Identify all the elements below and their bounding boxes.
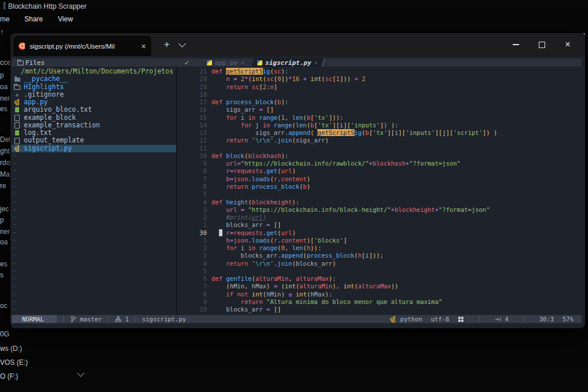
code-line[interactable]: 1 h=json.loads(r.content)['blocks'] [178, 237, 582, 244]
code-line[interactable]: 14 for j in range(len(b['tx'][i]['inputs… [178, 122, 582, 129]
menu-item-share[interactable]: Share [24, 15, 43, 23]
code-token: 16 [292, 75, 300, 82]
drive-item[interactable]: O (F:) [0, 372, 18, 380]
code-line[interactable]: 3 url = "https://blockchain.info/block-h… [178, 206, 582, 214]
command-line[interactable] [12, 323, 582, 328]
code-line[interactable]: 11 [178, 145, 582, 152]
code-line[interactable]: 21def getScriptSig(sc): [178, 68, 582, 75]
code-token: j [252, 122, 263, 129]
code-token: join [277, 137, 292, 144]
close-buffer-icon[interactable]: × [240, 59, 244, 67]
code-line[interactable]: 10def block(blockhash): [178, 152, 582, 160]
code-token: ][ [399, 129, 406, 136]
code-token: 'tx' [317, 122, 332, 129]
file-item-__pycache__[interactable]: __pycache__ [12, 75, 176, 83]
python-icon [257, 60, 262, 65]
code-line[interactable]: 5 [178, 190, 582, 198]
code-line[interactable]: 5 [178, 268, 582, 275]
check-icon: ✓ [184, 59, 188, 67]
code-line-text: def block(blockhash): [211, 152, 288, 160]
code-line[interactable]: 1 blocks_arr = [] [178, 221, 582, 229]
buffer-tab-app.py[interactable]: app.py× [202, 58, 249, 67]
terminal-tab[interactable]: sigscript.py (/mnt/c/Users/Mil × [13, 36, 151, 56]
empty-line-tilde: ~ [12, 237, 176, 244]
drive-item[interactable]: ws (D:) [0, 345, 22, 353]
file-item-example_block[interactable]: example_block [12, 114, 176, 122]
terminal-tab-title: sigscript.py (/mnt/c/Users/Mil [30, 43, 137, 50]
code-line-text: for i in range(1, len(b['tx'])): [211, 114, 344, 122]
menu-item-view[interactable]: View [58, 15, 73, 23]
close-button[interactable]: × [558, 38, 577, 52]
code-token: ][ [344, 122, 351, 129]
code-line[interactable]: 15 for i in range(1, len(b['tx'])): [178, 114, 582, 122]
file-item-output_template[interactable]: output_template [12, 137, 176, 144]
code-line-text: if not int(hMin) ≤ int(hMax): [211, 291, 333, 298]
code-line[interactable]: 12 return '\r\n'.join(sigs_arr) [178, 137, 582, 144]
code-line[interactable]: 17def process_block(b): [178, 98, 582, 106]
code-line[interactable]: 3 blocks_arr.append(process_block(h[i]))… [178, 252, 582, 259]
code-token: "?format=json" [439, 206, 490, 213]
file-item-/mnt/c/Users/Milton/Documents/Projetos[interactable]: /mnt/c/Users/Milton/Documents/Projetos [12, 68, 176, 75]
code-token: return [241, 298, 263, 305]
file-item-HIghlights[interactable]: HIghlights [12, 83, 176, 91]
line-number: 21 [178, 68, 207, 75]
code-line[interactable]: 2 #print(url) [178, 214, 582, 221]
empty-line-tilde: ~ [12, 268, 176, 275]
menu-item-home-fragment[interactable]: me [0, 15, 10, 23]
bg-sidebar-fragment: p [0, 71, 4, 79]
code-line[interactable]: 4def height(blockheight): [178, 199, 582, 206]
code-line[interactable]: 16 sigs_arr = [] [178, 106, 582, 113]
maximize-button[interactable] [532, 38, 551, 52]
scroll-progress: 57% [563, 316, 574, 323]
files-panel-header: Files [12, 58, 177, 67]
file-item-log.txt[interactable]: log.txt [12, 129, 176, 137]
code-line[interactable]: 7 b=json.loads(r.content) [178, 175, 582, 183]
close-buffer-icon[interactable]: × [314, 59, 318, 67]
doc-icon [14, 115, 20, 121]
code-line-text [211, 268, 215, 275]
file-item-.gitignore[interactable]: ◈.gitignore [12, 91, 176, 98]
code-line[interactable]: 7 (hMin, hMax) = (int(alturaMin), int(al… [178, 283, 582, 290]
file-item-sigscript.py[interactable]: sigscript.py [12, 145, 176, 152]
code-token: sigs_arr [211, 106, 259, 113]
code-token: def [211, 152, 226, 159]
code-line[interactable]: 9 url="https://blockchain.info/rawblock/… [178, 160, 582, 167]
code-token: int [252, 291, 263, 298]
drive-item[interactable]: VOS (E:) [0, 358, 28, 367]
code-line[interactable]: 18 [178, 91, 582, 98]
code-line[interactable]: 2 for i in range(0, len(h)): [178, 244, 582, 252]
file-item-example_transaction[interactable]: example_transaction [12, 122, 176, 129]
close-tab-icon[interactable]: × [141, 42, 146, 50]
code-line[interactable]: 13 sigs_arr.append( getScriptSig(b['tx']… [178, 129, 582, 137]
minimize-button[interactable] [506, 38, 525, 52]
code-token: ; [380, 252, 384, 259]
bg-sidebar-fragment: ner [0, 228, 10, 236]
window-split-separator[interactable] [176, 67, 177, 315]
close-icon: × [565, 40, 570, 49]
new-tab-button[interactable]: + [160, 39, 174, 50]
code-token: in [263, 122, 271, 129]
file-item-arquivo_bloco.txt[interactable]: arquivo_bloco.txt [12, 106, 176, 113]
code-token: for [226, 244, 237, 251]
line-number: 1 [178, 221, 207, 229]
code-token: [] [273, 221, 281, 228]
code-line[interactable]: 9 return "Altura minima do bloco menor q… [178, 298, 582, 306]
tab-indent-icon [495, 317, 501, 322]
file-item-label: __pycache__ [24, 75, 68, 83]
code-line[interactable]: 19 return sc[2:n] [178, 83, 582, 91]
code-line[interactable]: 8 if not int(hMin) ≤ int(hMax): [178, 291, 582, 298]
code-token: ig [355, 129, 362, 136]
code-line[interactable]: 10 blocks_arr = [] [178, 306, 582, 313]
file-item-app.py[interactable]: app.py [12, 98, 176, 106]
code-line[interactable]: 6 return process_block(b) [178, 183, 582, 190]
code-editor[interactable]: 21def getScriptSig(sc):20 n = 2*(int(sc[… [178, 68, 582, 321]
buffer-tab-sigscript.py[interactable]: sigscript.py× [251, 58, 325, 67]
code-line[interactable]: 8 r=requests.get(url) [178, 167, 582, 175]
code-token: : [339, 114, 343, 121]
code-line[interactable]: 4 return '\r\n'.join(blocks_arr) [178, 260, 582, 268]
chevron-down-icon[interactable] [77, 369, 85, 377]
code-token: : [317, 244, 321, 251]
code-line[interactable]: 20 n = 2*(int(sc[0])*16 + int(sc[1])) + … [178, 75, 582, 83]
code-line[interactable]: 30 r=requests.get(url) [178, 229, 582, 237]
code-line[interactable]: 6def genfile(alturaMin, alturaMax): [178, 275, 582, 283]
